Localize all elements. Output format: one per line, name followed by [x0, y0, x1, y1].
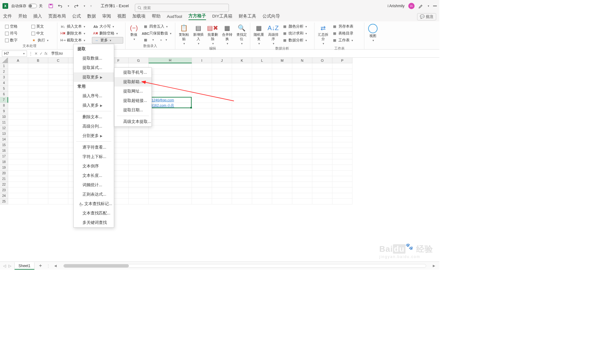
cell-O3[interactable]: [312, 75, 332, 80]
cell-I9[interactable]: [192, 108, 212, 114]
cell-B20[interactable]: [28, 171, 48, 176]
cell-O22[interactable]: [312, 182, 332, 187]
cell-K23[interactable]: [232, 187, 252, 193]
row-head-25[interactable]: 25: [0, 199, 8, 204]
cell-O25[interactable]: [312, 199, 332, 204]
cell-J5[interactable]: [212, 86, 232, 92]
cell-H6[interactable]: [149, 92, 192, 97]
mi-regex[interactable]: 正则表达式...: [74, 190, 114, 199]
cell-I3[interactable]: [192, 75, 212, 80]
cell-O24[interactable]: [312, 193, 332, 199]
cell-P18[interactable]: [332, 159, 352, 165]
cell-B11[interactable]: [28, 120, 48, 125]
mi-word-freq[interactable]: 词频统计...: [74, 180, 114, 190]
cell-L19[interactable]: [252, 165, 272, 171]
cell-M19[interactable]: [272, 165, 292, 171]
cell-J14[interactable]: [212, 137, 232, 142]
cell-N13[interactable]: [292, 131, 312, 137]
btn-numeric[interactable]: (−)数值▾: [127, 23, 140, 42]
cell-A6[interactable]: [8, 92, 28, 97]
cell-L25[interactable]: [252, 199, 272, 204]
cell-P15[interactable]: [332, 142, 352, 148]
cell-C8[interactable]: [48, 103, 68, 108]
cell-I12[interactable]: [192, 125, 212, 131]
row-head-10[interactable]: 10: [0, 114, 8, 120]
cell-N14[interactable]: [292, 137, 312, 142]
cell-K24[interactable]: [232, 193, 252, 199]
cell-J17[interactable]: [212, 154, 232, 159]
mi-extract-hyperlink[interactable]: 提取超链接...: [114, 96, 151, 105]
cell-O18[interactable]: [312, 159, 332, 165]
cell-J10[interactable]: [212, 114, 232, 120]
cell-M3[interactable]: [272, 75, 292, 80]
cell-P3[interactable]: [332, 75, 352, 80]
cell-A2[interactable]: [8, 69, 28, 75]
cell-P1[interactable]: [332, 63, 352, 69]
cell-I21[interactable]: [192, 176, 212, 182]
cell-N22[interactable]: [292, 182, 312, 187]
cell-G21[interactable]: [129, 176, 149, 182]
cb-english[interactable]: 英文: [30, 23, 55, 30]
cell-P23[interactable]: [332, 187, 352, 193]
row-head-19[interactable]: 19: [0, 165, 8, 171]
cell-A1[interactable]: [8, 63, 28, 69]
cell-C21[interactable]: [48, 176, 68, 182]
cell-L21[interactable]: [252, 176, 272, 182]
cell-O14[interactable]: [312, 137, 332, 142]
cell-A4[interactable]: [8, 80, 28, 86]
cell-M25[interactable]: [272, 199, 292, 204]
row-head-20[interactable]: 20: [0, 171, 8, 176]
cell-L14[interactable]: [252, 137, 272, 142]
cell-A25[interactable]: [8, 199, 28, 204]
cell-A19[interactable]: [8, 165, 28, 171]
cell-L2[interactable]: [252, 69, 272, 75]
cell-K17[interactable]: [232, 154, 252, 159]
cell-I16[interactable]: [192, 148, 212, 154]
cell-H10[interactable]: [149, 114, 192, 120]
mi-sub-sup[interactable]: 字符上下标...: [74, 152, 114, 161]
cell-K1[interactable]: [232, 63, 252, 69]
mi-extract-url[interactable]: 提取网址...: [114, 87, 151, 96]
cell-J7[interactable]: [212, 97, 232, 103]
cell-J8[interactable]: [212, 103, 232, 108]
fx-icon[interactable]: fx: [45, 51, 47, 56]
btn-data-an[interactable]: ▦数据分析▾: [281, 37, 312, 44]
cell-M6[interactable]: [272, 92, 292, 97]
col-head-P[interactable]: P: [332, 58, 352, 63]
cell-L22[interactable]: [252, 182, 272, 187]
cell-C13[interactable]: [48, 131, 68, 137]
cell-C10[interactable]: [48, 114, 68, 120]
row-head-12[interactable]: 12: [0, 125, 8, 131]
cell-K6[interactable]: [232, 92, 252, 97]
cell-L4[interactable]: [252, 80, 272, 86]
cell-L7[interactable]: [252, 97, 272, 103]
row-head-23[interactable]: 23: [0, 187, 8, 193]
cell-A17[interactable]: [8, 154, 28, 159]
row-head-7[interactable]: 7: [0, 97, 8, 103]
col-head-K[interactable]: K: [232, 58, 252, 63]
cell-G15[interactable]: [129, 142, 149, 148]
mi-extract-formula[interactable]: 提取算式...: [74, 63, 114, 72]
btn-save-as[interactable]: ▦另存本表: [331, 23, 362, 30]
row-head-11[interactable]: 11: [0, 120, 8, 125]
cell-K12[interactable]: [232, 125, 252, 131]
cell-C16[interactable]: [48, 148, 68, 154]
btn-round[interactable]: ▦四舍五入▾: [142, 23, 173, 30]
cell-L15[interactable]: [252, 142, 272, 148]
cell-L20[interactable]: [252, 171, 272, 176]
cb-chinese[interactable]: 中文: [30, 30, 55, 37]
cell-N19[interactable]: [292, 165, 312, 171]
row-head-14[interactable]: 14: [0, 137, 8, 142]
cell-M23[interactable]: [272, 187, 292, 193]
mi-extract-more[interactable]: 提取更多▶: [74, 72, 114, 82]
col-head-H[interactable]: H: [149, 58, 192, 63]
cell-C11[interactable]: [48, 120, 68, 125]
mi-insert-seq[interactable]: 插入序号...: [74, 91, 114, 101]
cell-G18[interactable]: [129, 159, 149, 165]
cell-P9[interactable]: [332, 108, 352, 114]
tab-formulas[interactable]: 公式: [72, 13, 81, 20]
cell-H9[interactable]: [149, 108, 192, 114]
cell-I4[interactable]: [192, 80, 212, 86]
cell-N20[interactable]: [292, 171, 312, 176]
cell-K11[interactable]: [232, 120, 252, 125]
